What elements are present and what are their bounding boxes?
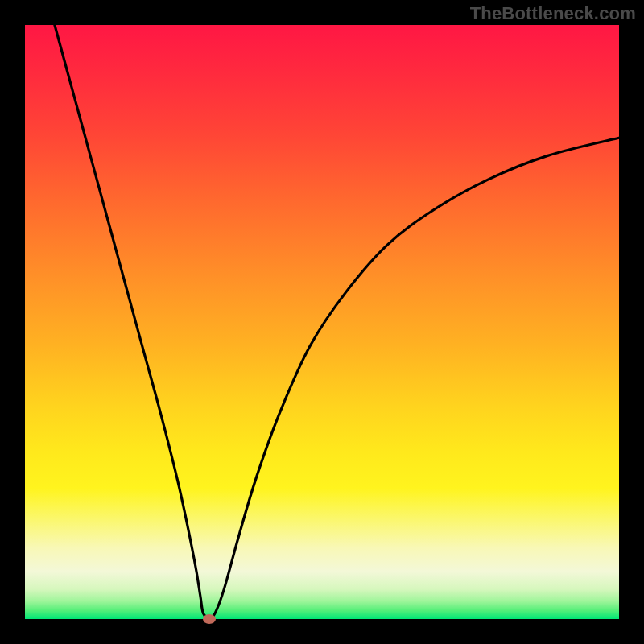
cusp-marker	[203, 614, 216, 624]
plot-area	[25, 25, 619, 619]
bottleneck-curve	[55, 25, 619, 619]
curve-svg	[25, 25, 619, 619]
chart-frame: TheBottleneck.com	[0, 0, 644, 644]
watermark-text: TheBottleneck.com	[470, 3, 636, 24]
